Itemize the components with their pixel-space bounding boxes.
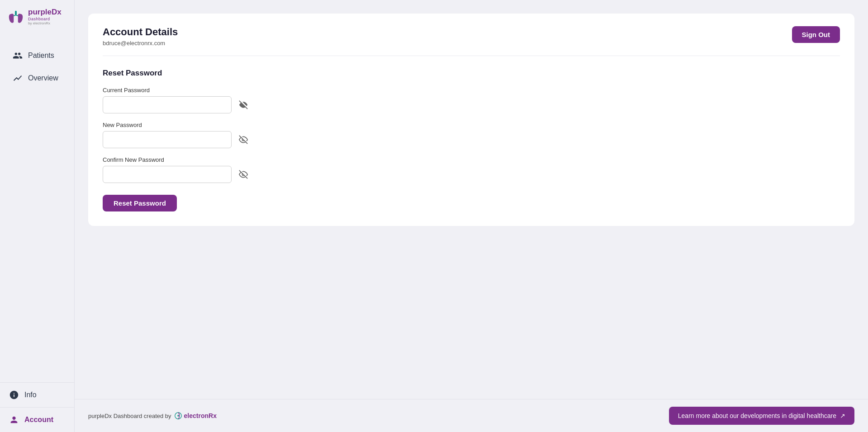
- sidebar-item-overview[interactable]: Overview: [4, 68, 71, 89]
- svg-rect-0: [15, 11, 17, 15]
- sign-out-button[interactable]: Sign Out: [792, 26, 840, 43]
- current-password-group: Current Password: [103, 87, 297, 113]
- brand-by: by electronRx: [28, 21, 62, 25]
- brand-subtitle: Dashboard: [28, 17, 62, 21]
- main-content: Account Details bdruce@electronrx.com Si…: [75, 0, 868, 432]
- electronrx-logo: electronRx: [174, 412, 217, 420]
- confirm-password-input[interactable]: [103, 166, 232, 183]
- people-icon: [13, 51, 23, 61]
- brand-name: purpleDx: [28, 8, 62, 17]
- external-link-icon: ↗: [840, 412, 845, 419]
- chart-icon: [13, 73, 23, 83]
- overview-label: Overview: [28, 74, 58, 82]
- current-password-input[interactable]: [103, 96, 232, 113]
- sidebar-item-patients[interactable]: Patients: [4, 45, 71, 66]
- eye-off-icon-2: [239, 135, 248, 144]
- electronrx-icon: [174, 412, 182, 420]
- sidebar-item-account[interactable]: Account: [0, 407, 74, 432]
- reset-password-title: Reset Password: [103, 69, 297, 78]
- reset-password-button[interactable]: Reset Password: [103, 195, 177, 211]
- account-email: bdruce@electronrx.com: [103, 40, 178, 47]
- new-password-wrapper: [103, 131, 297, 148]
- toggle-current-password-button[interactable]: [237, 99, 250, 111]
- info-icon: [9, 390, 19, 400]
- toggle-new-password-button[interactable]: [237, 133, 250, 146]
- svg-point-5: [177, 415, 179, 417]
- logo: purpleDx Dashboard by electronRx: [0, 0, 74, 36]
- main-nav: Patients Overview: [0, 36, 74, 382]
- sidebar-item-info[interactable]: Info: [0, 382, 74, 407]
- current-password-label: Current Password: [103, 87, 297, 94]
- footer: purpleDx Dashboard created by electronRx…: [75, 399, 868, 432]
- current-password-wrapper: [103, 96, 297, 113]
- new-password-group: New Password: [103, 122, 297, 148]
- reset-password-section: Reset Password Current Password: [103, 69, 297, 211]
- account-header: Account Details bdruce@electronrx.com Si…: [103, 26, 840, 56]
- eye-off-icon-3: [239, 170, 248, 179]
- account-info: Account Details bdruce@electronrx.com: [103, 26, 178, 47]
- footer-created-by-text: purpleDx Dashboard created by: [88, 413, 171, 419]
- content-area: Account Details bdruce@electronrx.com Si…: [75, 0, 868, 399]
- account-card: Account Details bdruce@electronrx.com Si…: [88, 14, 854, 226]
- account-label: Account: [24, 416, 53, 424]
- learn-more-label: Learn more about our developments in dig…: [678, 412, 836, 419]
- lung-logo-icon: [7, 8, 24, 25]
- new-password-input[interactable]: [103, 131, 232, 148]
- toggle-confirm-password-button[interactable]: [237, 168, 250, 181]
- sidebar-bottom: Info Account: [0, 382, 74, 432]
- eye-off-icon: [239, 100, 248, 109]
- patients-label: Patients: [28, 52, 54, 60]
- electronrx-label: electronRx: [184, 412, 217, 419]
- logo-text: purpleDx Dashboard by electronRx: [28, 8, 62, 25]
- new-password-label: New Password: [103, 122, 297, 128]
- confirm-password-label: Confirm New Password: [103, 156, 297, 163]
- learn-more-button[interactable]: Learn more about our developments in dig…: [669, 407, 854, 425]
- sidebar: purpleDx Dashboard by electronRx Patient…: [0, 0, 75, 432]
- footer-left: purpleDx Dashboard created by electronRx: [88, 412, 217, 420]
- info-label: Info: [24, 391, 37, 399]
- confirm-password-group: Confirm New Password: [103, 156, 297, 183]
- confirm-password-wrapper: [103, 166, 297, 183]
- account-title: Account Details: [103, 26, 178, 38]
- account-icon: [9, 415, 19, 425]
